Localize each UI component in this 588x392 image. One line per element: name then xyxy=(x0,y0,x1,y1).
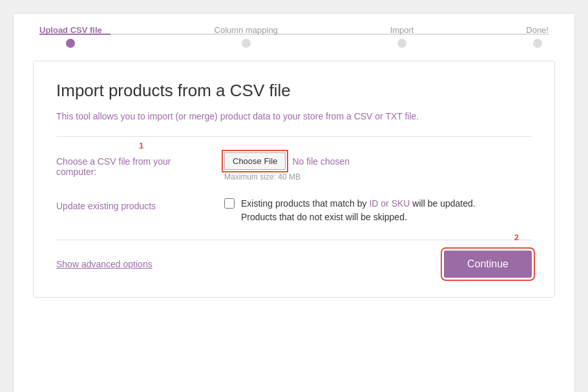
step-import-label: Import xyxy=(390,25,414,35)
max-size-label: Maximum size: 40 MB xyxy=(224,172,532,181)
divider xyxy=(56,136,532,137)
step-import-dot xyxy=(397,39,406,48)
update-label: Update existing products xyxy=(56,197,211,211)
card-description: This tool allows you to import (or merge… xyxy=(56,110,532,123)
checkbox-description: Existing products that match by ID or SK… xyxy=(241,197,476,224)
checkbox-text-id-sku: ID or SKU xyxy=(369,198,410,209)
update-checkbox[interactable] xyxy=(224,198,235,209)
step-done: Done! xyxy=(526,25,549,48)
update-control: Existing products that match by ID or SK… xyxy=(224,197,532,224)
import-card: Import products from a CSV file This too… xyxy=(33,61,555,298)
step-done-label: Done! xyxy=(526,25,549,35)
file-control: Choose File No file chosen Maximum size:… xyxy=(224,152,532,181)
bottom-row: Show advanced options Continue xyxy=(56,240,532,278)
update-row: Update existing products Existing produc… xyxy=(56,197,532,224)
step-upload-dot xyxy=(66,39,75,48)
step-import: Import xyxy=(390,25,414,48)
annotation-2: 2 xyxy=(514,232,519,242)
stepper: Upload CSV file Column mapping Import Do… xyxy=(14,14,574,48)
checkbox-text-part2: will be updated. xyxy=(410,198,475,209)
step-column: Column mapping xyxy=(215,25,278,48)
continue-button[interactable]: Continue xyxy=(444,251,532,278)
step-column-dot xyxy=(242,39,251,48)
file-row: 1 Choose a CSV file from your computer: … xyxy=(56,152,532,181)
main-container: Upload CSV file Column mapping Import Do… xyxy=(13,13,575,392)
file-input-row: Choose File No file chosen xyxy=(224,152,532,170)
show-advanced-link[interactable]: Show advanced options xyxy=(56,259,152,269)
annotation-1: 1 xyxy=(139,141,143,150)
stepper-steps: Upload CSV file Column mapping Import Do… xyxy=(39,25,549,48)
step-done-dot xyxy=(533,39,542,48)
checkbox-text-line2: Products that do not exist will be skipp… xyxy=(241,212,407,222)
card-title: Import products from a CSV file xyxy=(56,81,532,101)
step-upload: Upload CSV file xyxy=(39,25,102,48)
step-upload-label: Upload CSV file xyxy=(39,25,102,35)
checkbox-text-part1: Existing products that match by xyxy=(241,198,369,209)
checkbox-row: Existing products that match by ID or SK… xyxy=(224,197,532,224)
file-label: Choose a CSV file from your computer: xyxy=(56,152,211,177)
step-column-label: Column mapping xyxy=(215,25,278,35)
no-file-label: No file chosen xyxy=(292,156,350,167)
choose-file-button[interactable]: Choose File xyxy=(224,152,286,170)
